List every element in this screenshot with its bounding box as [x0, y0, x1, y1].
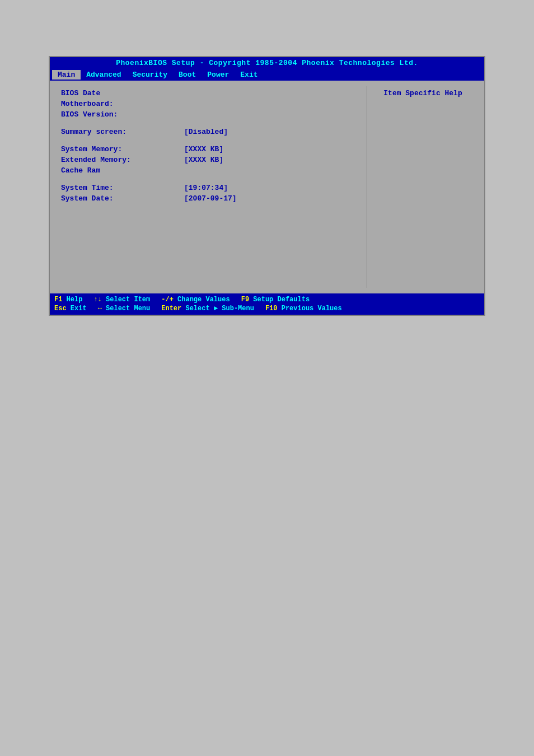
field-label: BIOS Version: [61, 110, 184, 119]
footer-item: -/+ Change Values [161, 296, 229, 304]
field-label: Extended Memory: [61, 156, 184, 164]
footer-item: F9 Setup Defaults [241, 296, 310, 304]
main-panel: BIOS DateMotherboard:BIOS Version:Summar… [55, 86, 361, 288]
footer-key: ↔ [98, 305, 102, 312]
field-row: System Date:[2007-09-17] [61, 194, 355, 203]
menu-item-power[interactable]: Power [202, 70, 235, 80]
title-text: PhoenixBIOS Setup - Copyright 1985-2004 … [116, 59, 418, 67]
footer-key: Esc [54, 305, 67, 312]
field-label: Summary screen: [61, 128, 184, 136]
field-row: System Memory:[XXXX KB] [61, 145, 355, 153]
footer-row-1: F1 Help↑↓ Select Item-/+ Change ValuesF9… [54, 296, 480, 304]
footer-item: Esc Exit [54, 305, 87, 312]
menu-item-boot[interactable]: Boot [173, 70, 202, 80]
field-row: Summary screen:[Disabled] [61, 128, 355, 136]
field-label: System Time: [61, 184, 184, 192]
field-value[interactable]: [XXXX KB] [184, 156, 223, 164]
menu-bar: MainAdvancedSecurityBootPowerExit [50, 69, 484, 81]
field-label: BIOS Date [61, 89, 184, 97]
field-row: BIOS Version: [61, 110, 355, 119]
menu-item-advanced[interactable]: Advanced [81, 70, 127, 80]
field-value[interactable]: [19:07:34] [184, 184, 228, 192]
field-value[interactable]: [2007-09-17] [184, 194, 237, 203]
field-label: Motherboard: [61, 100, 184, 108]
footer-item: ↑↓ Select Item [93, 296, 150, 304]
footer-key: Enter [161, 305, 181, 312]
field-label: System Memory: [61, 145, 184, 153]
section-gap [61, 121, 355, 128]
field-row: BIOS Date [61, 89, 355, 97]
bios-setup-window: PhoenixBIOS Setup - Copyright 1985-2004 … [49, 56, 485, 316]
footer-key: F10 [265, 305, 278, 312]
field-row: Cache Ram [61, 166, 355, 175]
field-row: System Time:[19:07:34] [61, 184, 355, 192]
footer-key: ↑↓ [93, 296, 101, 304]
field-label: Cache Ram [61, 166, 184, 175]
menu-item-exit[interactable]: Exit [235, 70, 263, 80]
footer-bar: F1 Help↑↓ Select Item-/+ Change ValuesF9… [50, 293, 484, 315]
section-gap [61, 177, 355, 184]
footer-item: F10 Previous Values [265, 305, 342, 312]
footer-item: F1 Help [54, 296, 82, 304]
footer-row-2: Esc Exit↔ Select MenuEnter Select ► Sub-… [54, 305, 480, 312]
field-row: Motherboard: [61, 100, 355, 108]
menu-item-main[interactable]: Main [52, 70, 81, 80]
field-value[interactable]: [XXXX KB] [184, 145, 223, 153]
footer-key: F9 [241, 296, 249, 304]
field-value[interactable]: [Disabled] [184, 128, 228, 136]
footer-item: ↔ Select Menu [98, 305, 151, 312]
field-row: Extended Memory:[XXXX KB] [61, 156, 355, 164]
section-gap [61, 138, 355, 145]
title-bar: PhoenixBIOS Setup - Copyright 1985-2004 … [50, 57, 484, 69]
content-area: BIOS DateMotherboard:BIOS Version:Summar… [50, 81, 484, 293]
field-label: System Date: [61, 194, 184, 203]
help-title: Item Specific Help [373, 89, 473, 97]
footer-item: Enter Select ► Sub-Menu [161, 305, 254, 312]
footer-key: -/+ [161, 296, 174, 304]
footer-key: F1 [54, 296, 62, 304]
menu-item-security[interactable]: Security [127, 70, 173, 80]
help-panel: Item Specific Help [367, 86, 479, 288]
